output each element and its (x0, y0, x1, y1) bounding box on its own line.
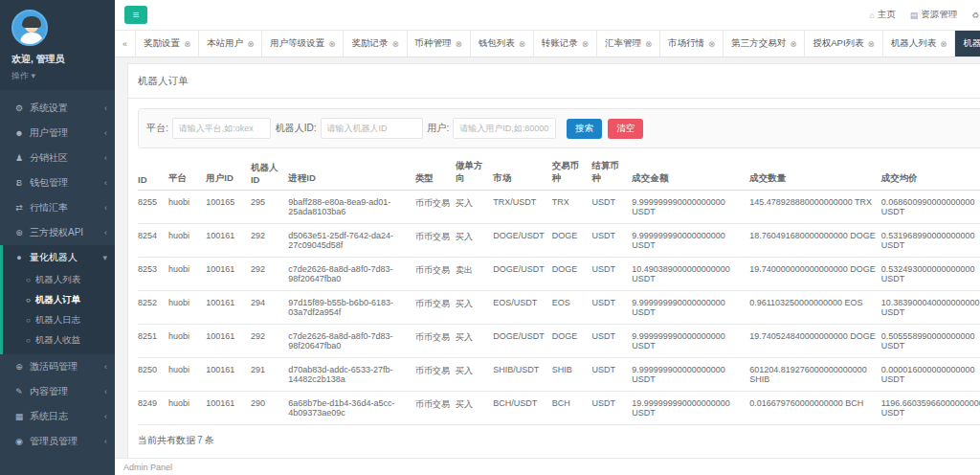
tab-user-level-settings[interactable]: 用户等级设置⊗ (262, 31, 344, 57)
records-summary: 当前共有数据7条 (128, 425, 980, 458)
tabs-scroll-left-button[interactable]: « (115, 31, 136, 57)
cell-amount: 9.999999900000000000 USDT (632, 358, 749, 392)
close-circle-icon[interactable]: ⊗ (940, 39, 947, 49)
sidebar-subitem-robot-logs[interactable]: ○机器人日志 (3, 310, 115, 330)
sidebar-item-label: 三方授权API (30, 226, 104, 239)
close-circle-icon[interactable]: ⊗ (645, 39, 652, 49)
close-circle-icon[interactable]: ⊗ (328, 39, 335, 49)
col-header-type: 类型 (415, 156, 456, 191)
cell-robot-id: 292 (251, 325, 288, 358)
cell-robot-id: 290 (251, 392, 288, 425)
search-field-user: 用户: (428, 118, 557, 139)
tab-third-party-pairs[interactable]: 第三方交易对⊗ (724, 31, 805, 57)
menu-toggle-button[interactable]: ≡ (124, 6, 147, 24)
navbar-link-recycle-bin[interactable]: ♻回收站 (971, 9, 980, 21)
sidebar-subitem-robot-earnings[interactable]: ○机器人收益 (3, 330, 115, 351)
sidebar-group-market-rates: ⇄行情汇率‹ (0, 195, 115, 220)
sidebar-item-third-party-api[interactable]: ⊛三方授权API‹ (3, 220, 115, 245)
tab-label: 奖励设置 (144, 37, 180, 50)
sidebar-subitem-robot-orders[interactable]: ○机器人订单 (3, 290, 115, 310)
chevron-down-icon: ▾ (102, 253, 107, 262)
admin-icon: ◉ (12, 437, 26, 446)
search-button[interactable]: 搜索 (567, 119, 602, 139)
cell-robot-id: 292 (251, 258, 288, 291)
cell-direction: 买入 (456, 358, 493, 392)
cell-amount: 9.999999990000000000 USDT (632, 325, 749, 358)
content-area: 机器人订单 机器人订单 平台:机器人ID:用户: 搜索 清空 ID平台用户ID机… (115, 57, 980, 475)
cell-user-id: 100161 (206, 392, 251, 425)
sidebar-item-admin-management[interactable]: ◉管理员管理‹ (3, 429, 115, 454)
close-circle-icon[interactable]: ⊗ (184, 39, 190, 49)
sidebar-group-content-management: ✎内容管理‹ (0, 379, 115, 404)
tab-label: 第三方交易对 (731, 37, 786, 50)
navbar-link-resources[interactable]: ▤资源管理 (910, 9, 958, 21)
sidebar-item-system-logs[interactable]: ▦系统日志‹ (3, 404, 115, 429)
circle-icon: ○ (26, 316, 31, 325)
close-circle-icon[interactable]: ⊗ (247, 39, 254, 49)
sidebar-item-distribution-community[interactable]: ♟分销社区‹ (3, 146, 115, 170)
files-icon: ▤ (910, 11, 919, 20)
cell-robot-id: 294 (251, 291, 288, 325)
circle-icon: ○ (26, 276, 31, 284)
close-circle-icon[interactable]: ⊗ (790, 39, 796, 49)
navbar-link-home[interactable]: ⌂主页 (869, 9, 895, 21)
sidebar-item-content-management[interactable]: ✎内容管理‹ (3, 379, 115, 404)
cell-settle-coin: USDT (591, 291, 632, 325)
sidebar-subitem-robot-list[interactable]: ○机器人列表 (3, 270, 115, 290)
tab-robot-orders[interactable]: 机器人订单⊗ (955, 31, 980, 57)
clear-button[interactable]: 清空 (608, 119, 643, 139)
tab-coin-management[interactable]: 币种管理⊗ (408, 31, 471, 57)
tab-wallet-list[interactable]: 钱包列表⊗ (471, 31, 534, 57)
cell-quantity: 145.478928880000000000 TRX (749, 191, 881, 224)
chevron-left-icon: ‹ (104, 387, 107, 396)
records-count: 7 (197, 435, 203, 445)
tab-bar: « 奖励设置⊗本站用户⊗用户等级设置⊗奖励记录⊗币种管理⊗钱包列表⊗转账记录⊗汇… (115, 30, 980, 57)
sidebar-subitem-label: 机器人收益 (35, 334, 81, 347)
sidebar-item-quant-robot[interactable]: ●量化机器人▾ (3, 245, 115, 270)
cell-amount: 9.999999990000000000 USDT (632, 224, 749, 258)
tab-auth-api-list[interactable]: 授权API列表⊗ (805, 31, 882, 57)
col-header-platform: 平台 (168, 156, 206, 191)
close-circle-icon[interactable]: ⊗ (519, 39, 525, 49)
close-circle-icon[interactable]: ⊗ (868, 39, 875, 49)
tab-site-users[interactable]: 本站用户⊗ (199, 31, 262, 57)
cell-user-id: 100161 (206, 358, 251, 392)
sidebar-item-activation-code[interactable]: ⊕激活码管理‹ (3, 354, 115, 379)
col-header-robot-id: 机器人ID (251, 156, 288, 191)
col-header-process-id: 进程ID (288, 156, 415, 191)
search-field-platform: 平台: (146, 118, 271, 139)
bitcoin-icon: Ƀ (12, 178, 26, 188)
cell-avg-price: 10.383900040000000000 USDT (881, 291, 980, 325)
sidebar-item-user-management[interactable]: ☻用户管理‹ (3, 121, 115, 146)
sidebar-group-wallet-management: Ƀ钱包管理‹ (0, 170, 115, 195)
close-circle-icon[interactable]: ⊗ (456, 39, 462, 49)
cell-type: 币币交易 (415, 392, 456, 425)
cell-user-id: 100161 (206, 291, 251, 325)
cell-user-id: 100161 (206, 258, 251, 291)
profile-action-dropdown[interactable]: 操作 ▾ (11, 70, 103, 82)
cell-quantity: 0.016679760000000000 BCH (749, 392, 881, 425)
robot-id-input[interactable] (321, 118, 423, 139)
platform-input[interactable] (172, 118, 271, 139)
orders-table: ID平台用户ID机器人ID进程ID类型做单方向市场交易币种结算币种成交金额成交数… (138, 156, 980, 425)
tab-transfer-records[interactable]: 转账记录⊗ (534, 31, 597, 57)
tab-robot-list[interactable]: 机器人列表⊗ (883, 31, 956, 57)
close-circle-icon[interactable]: ⊗ (708, 39, 715, 49)
user-input[interactable] (453, 118, 556, 139)
tab-rate-management[interactable]: 汇率管理⊗ (597, 31, 660, 57)
cell-market: DOGE/USDT (493, 258, 551, 291)
cell-process-id: d70ab83d-addc-6533-27fb-14482c2b138a (288, 358, 415, 392)
chevron-left-icon: ‹ (104, 412, 107, 421)
card-body: 平台:机器人ID:用户: 搜索 清空 ID平台用户ID机器人ID进程ID类型做单… (128, 108, 980, 458)
cell-avg-price: 0.000016000000000000 USDT (881, 358, 980, 392)
chevron-left-icon: ‹ (104, 178, 107, 188)
sidebar-item-market-rates[interactable]: ⇄行情汇率‹ (3, 195, 115, 220)
cell-robot-id: 291 (251, 358, 288, 392)
tab-market-quotes[interactable]: 市场行情⊗ (660, 31, 724, 57)
close-circle-icon[interactable]: ⊗ (391, 39, 398, 49)
sidebar-item-system-settings[interactable]: ⚙系统设置‹ (3, 96, 115, 121)
tab-reward-settings[interactable]: 奖励设置⊗ (136, 31, 199, 57)
sidebar-item-wallet-management[interactable]: Ƀ钱包管理‹ (3, 170, 115, 195)
tab-reward-records[interactable]: 奖励记录⊗ (344, 31, 407, 57)
close-circle-icon[interactable]: ⊗ (582, 39, 589, 49)
